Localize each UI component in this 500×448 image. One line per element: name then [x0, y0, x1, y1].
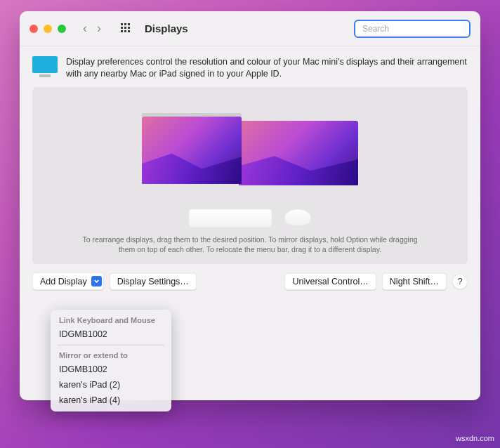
show-all-icon[interactable] — [121, 23, 132, 34]
chevron-down-icon — [91, 276, 102, 286]
keyboard-icon — [189, 209, 272, 228]
intro-row: Display preferences control the resoluti… — [32, 56, 468, 80]
popover-item[interactable]: IDGMB1002 — [51, 362, 171, 377]
search-input[interactable] — [362, 24, 468, 34]
titlebar: ‹ › Displays — [20, 11, 480, 46]
display-icon — [32, 56, 58, 80]
forward-icon[interactable]: › — [97, 21, 101, 36]
display-thumbnails — [45, 117, 455, 185]
popover-section-header: Link Keyboard and Mouse — [51, 313, 171, 327]
traffic-lights — [29, 25, 66, 33]
button-row: Add Display Display Settings… Universal … — [32, 272, 468, 290]
popover-separator — [58, 345, 164, 345]
universal-control-button[interactable]: Universal Control… — [284, 273, 376, 290]
popover-section-header: Mirror or extend to — [51, 348, 171, 362]
window-title: Displays — [145, 22, 188, 34]
display-secondary[interactable] — [239, 121, 358, 185]
intro-text: Display preferences control the resoluti… — [66, 56, 468, 80]
night-shift-button[interactable]: Night Shift… — [382, 273, 447, 290]
add-display-popover: Link Keyboard and Mouse IDGMB1002 Mirror… — [51, 310, 171, 411]
mouse-icon — [284, 209, 311, 226]
help-button[interactable]: ? — [452, 274, 468, 289]
zoom-icon[interactable] — [58, 25, 66, 33]
nav-arrows: ‹ › — [83, 21, 101, 36]
peripherals — [45, 209, 455, 228]
minimize-icon[interactable] — [44, 25, 52, 33]
display-settings-button[interactable]: Display Settings… — [110, 273, 197, 290]
preferences-window: ‹ › Displays Display preferences control… — [20, 11, 480, 400]
watermark: wsxdn.com — [456, 434, 494, 442]
add-display-button[interactable]: Add Display — [32, 272, 104, 290]
back-icon[interactable]: ‹ — [83, 21, 87, 36]
hint-text: To rearrange displays, drag them to the … — [45, 235, 455, 254]
popover-item[interactable]: karen's iPad (2) — [51, 377, 171, 393]
arrangement-area: To rearrange displays, drag them to the … — [32, 87, 468, 264]
popover-item[interactable]: IDGMB1002 — [51, 327, 171, 342]
display-primary[interactable] — [142, 117, 242, 184]
close-icon[interactable] — [29, 25, 38, 33]
popover-item[interactable]: karen's iPad (4) — [51, 393, 171, 408]
search-field[interactable] — [354, 20, 471, 38]
